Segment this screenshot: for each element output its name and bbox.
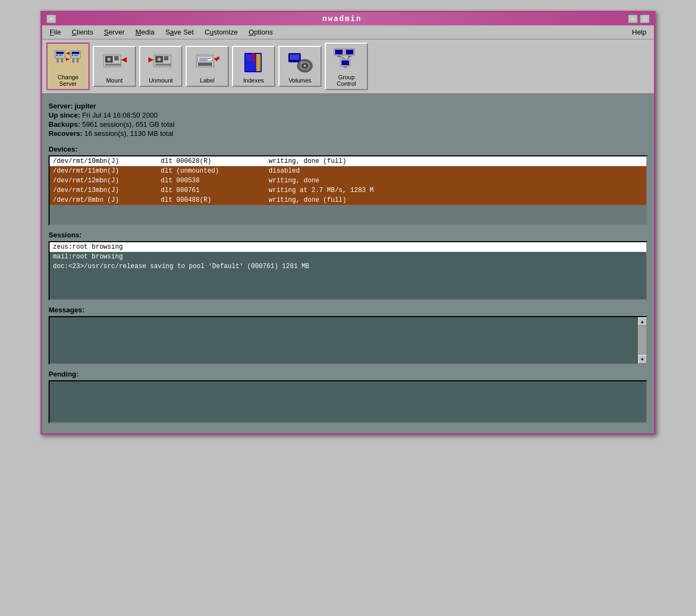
indexes-button[interactable]: Indexes — [232, 46, 275, 87]
sessions-list[interactable]: zeus:root browsing mail:root browsing do… — [49, 241, 647, 300]
svg-rect-7 — [74, 54, 78, 56]
minimize-button[interactable]: − — [46, 15, 56, 23]
recovers-label: Recovers: — [49, 129, 83, 138]
uptime-row: Up since: Fri Jul 14 16:08:50 2000 — [49, 111, 647, 119]
menu-options[interactable]: Options — [243, 26, 278, 38]
session-row[interactable]: doc:<23>/usr/src/release saving to pool … — [50, 262, 646, 271]
backups-label: Backups: — [49, 120, 80, 128]
device-row[interactable]: /dev/rmt/13mbn(J) dlt 000761 writing at … — [50, 186, 646, 195]
svg-rect-1 — [56, 52, 64, 54]
change-server-label: ChangeServer — [58, 74, 79, 87]
scrollbar-track[interactable] — [639, 326, 646, 355]
messages-scrollbar[interactable]: ▲ ▼ — [638, 317, 646, 364]
svg-rect-28 — [164, 56, 168, 60]
menu-customize[interactable]: Customize — [199, 26, 243, 38]
unmount-button[interactable]: Unmount — [139, 46, 182, 87]
device-row[interactable]: /dev/rmt/12mbn(J) dlt 000538 writing, do… — [50, 176, 646, 186]
restore-button[interactable]: − — [628, 15, 638, 23]
indexes-icon — [240, 49, 267, 76]
group-control-label: GroupControl — [337, 74, 356, 87]
svg-point-19 — [108, 58, 110, 60]
device-row[interactable]: /dev/rmt/10mbn(J) dlt 000628(R) writing,… — [50, 156, 646, 166]
svg-point-27 — [158, 58, 160, 60]
messages-content — [50, 317, 638, 364]
svg-point-52 — [304, 65, 306, 67]
menu-saveset[interactable]: Save Set — [160, 26, 199, 38]
main-window: − nwadmin − □ File Clients Server Media … — [40, 11, 656, 435]
server-row: Server: jupiter — [49, 102, 647, 110]
svg-line-63 — [339, 56, 345, 59]
mount-icon — [101, 49, 128, 76]
mount-button[interactable]: Mount — [93, 46, 136, 87]
maximize-button[interactable]: □ — [640, 15, 650, 23]
group-control-button[interactable]: GroupControl — [325, 43, 368, 90]
window-controls: − □ — [628, 15, 650, 23]
session-row[interactable]: zeus:root browsing — [50, 242, 646, 252]
change-server-button[interactable]: ChangeServer — [46, 43, 90, 90]
svg-rect-55 — [335, 50, 343, 54]
window-title: nwadmin — [56, 15, 628, 23]
svg-rect-23 — [105, 64, 121, 66]
svg-rect-20 — [114, 56, 119, 60]
messages-section: Messages: ▲ ▼ — [49, 306, 647, 365]
backups-value: 5961 session(s), 651 GB total — [82, 120, 174, 128]
svg-rect-48 — [290, 54, 299, 60]
device-row[interactable]: /dev/rmt/8mbn (J) dlt 000488(R) writing,… — [50, 195, 646, 205]
backups-row: Backups: 5961 session(s), 651 GB total — [49, 120, 647, 128]
indexes-label: Indexes — [243, 77, 264, 84]
menu-clients[interactable]: Clients — [66, 26, 99, 38]
server-label: Server: jupiter — [49, 102, 96, 110]
volumes-label: Volumes — [289, 77, 311, 84]
menu-media[interactable]: Media — [130, 26, 160, 38]
svg-rect-2 — [56, 54, 58, 56]
session-row[interactable]: mail:root browsing — [50, 252, 646, 262]
menu-items: File Clients Server Media Save Set Custo… — [44, 26, 278, 38]
svg-point-53 — [300, 61, 303, 64]
label-label: Label — [200, 77, 215, 84]
svg-rect-15 — [77, 58, 79, 63]
volumes-icon — [286, 49, 313, 76]
label-button[interactable]: Label — [186, 46, 229, 87]
menu-server[interactable]: Server — [99, 26, 130, 38]
menu-help[interactable]: Help — [626, 26, 652, 38]
menu-file[interactable]: File — [44, 26, 66, 38]
change-server-icon — [54, 46, 81, 73]
svg-rect-12 — [57, 58, 59, 63]
pending-section-label: Pending: — [49, 370, 647, 378]
messages-box: ▲ ▼ — [49, 316, 647, 365]
svg-rect-45 — [252, 53, 254, 60]
sessions-section-label: Sessions: — [49, 231, 647, 239]
svg-rect-33 — [198, 57, 212, 61]
server-value: jupiter — [74, 102, 96, 110]
svg-rect-31 — [155, 64, 171, 66]
svg-rect-3 — [59, 54, 63, 56]
devices-list[interactable]: /dev/rmt/10mbn(J) dlt 000628(R) writing,… — [49, 155, 647, 225]
toolbar: ChangeServer Mount — [42, 39, 654, 94]
svg-rect-41 — [256, 54, 261, 71]
scroll-up-arrow[interactable]: ▲ — [638, 317, 647, 326]
devices-section: Devices: /dev/rmt/10mbn(J) dlt 000628(R)… — [49, 145, 647, 225]
svg-rect-61 — [342, 60, 349, 65]
recovers-value: 16 session(s), 1130 MB total — [85, 129, 174, 138]
svg-rect-5 — [72, 52, 79, 54]
svg-rect-62 — [344, 66, 347, 68]
svg-rect-14 — [72, 58, 74, 63]
sessions-section: Sessions: zeus:root browsing mail:root b… — [49, 231, 647, 300]
devices-section-label: Devices: — [49, 145, 647, 153]
title-bar: − nwadmin − □ — [42, 12, 654, 25]
label-icon — [194, 49, 221, 76]
content-area: Server: jupiter Up since: Fri Jul 14 16:… — [42, 94, 654, 433]
svg-rect-6 — [72, 54, 73, 56]
volumes-button[interactable]: Volumes — [278, 46, 322, 87]
server-info: Server: jupiter Up since: Fri Jul 14 16:… — [49, 99, 647, 141]
unmount-label: Unmount — [149, 77, 173, 84]
messages-section-label: Messages: — [49, 306, 647, 314]
uptime-value: Fri Jul 14 16:08:50 2000 — [82, 111, 158, 119]
scroll-down-arrow[interactable]: ▼ — [638, 355, 647, 364]
unmount-icon — [147, 49, 174, 76]
pending-box — [49, 380, 647, 423]
pending-section: Pending: — [49, 370, 647, 423]
svg-rect-13 — [61, 58, 63, 63]
svg-rect-36 — [198, 63, 212, 66]
device-row[interactable]: /dev/rmt/11mbn(J) dlt (unmounted) disabl… — [50, 166, 646, 176]
